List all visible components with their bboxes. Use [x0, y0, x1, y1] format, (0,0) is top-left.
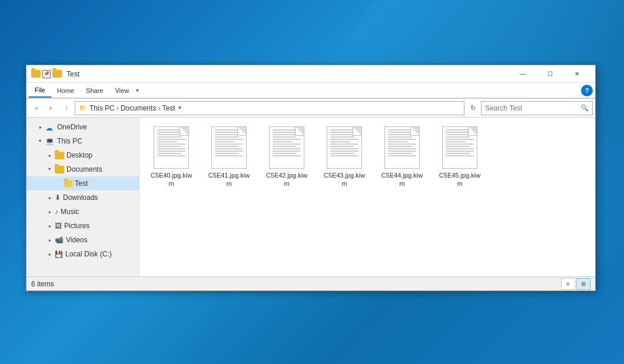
doc-line [215, 139, 243, 140]
doc-line [446, 132, 470, 133]
doc-line [330, 155, 359, 156]
downloads-icon: ⬇ [55, 193, 61, 202]
window-controls: — ☐ ✕ [509, 65, 590, 83]
music-icon: ♪ [55, 208, 58, 216]
doc-line [157, 143, 185, 145]
doc-line [215, 132, 239, 133]
search-icon: 🔍 [580, 104, 589, 112]
doc-line [446, 153, 470, 154]
documents-folder-icon [55, 166, 64, 173]
sidebar-label-localdisk: Local Disk (C:) [65, 250, 112, 258]
address-dropdown-arrow[interactable]: ▼ [177, 105, 182, 111]
doc-line [330, 139, 359, 140]
list-view-button[interactable]: ≡ [561, 278, 575, 290]
doc-line [330, 136, 354, 138]
doc-line [215, 143, 243, 145]
doc-icon-0 [154, 126, 189, 169]
sidebar-label-onedrive: OneDrive [57, 123, 87, 131]
file-item-4[interactable]: C5E44.jpg.kiwm [376, 123, 428, 191]
path-documents[interactable]: Documents [120, 104, 158, 112]
file-item-3[interactable]: C5E43.jpg.kiwm [318, 123, 370, 191]
sidebar-item-desktop[interactable]: ► Desktop [26, 148, 139, 162]
doc-line [273, 139, 301, 140]
refresh-button[interactable]: ↻ [466, 101, 480, 115]
doc-line [157, 132, 181, 133]
sidebar-item-videos[interactable]: ► 📹 Videos [26, 233, 139, 247]
tab-home[interactable]: Home [51, 83, 80, 98]
ribbon-expand-icon[interactable]: ▼ [135, 88, 140, 93]
videos-arrow[interactable]: ► [45, 235, 55, 245]
documents-arrow[interactable]: ► [45, 165, 55, 174]
doc-line [446, 139, 474, 140]
minimize-button[interactable]: — [509, 65, 536, 83]
tab-view[interactable]: View [109, 83, 135, 98]
sidebar-item-music[interactable]: ► ♪ Music [26, 205, 139, 219]
sidebar-item-downloads[interactable]: ► ⬇ Downloads [26, 191, 139, 205]
doc-line [446, 129, 474, 131]
search-box[interactable]: 🔍 [481, 101, 593, 115]
thispc-arrow[interactable]: ► [36, 136, 45, 146]
file-name-0: C5E40.jpg.kiwm [148, 171, 194, 188]
doc-line [157, 148, 185, 149]
doc-line [330, 146, 354, 147]
doc-line [446, 148, 474, 149]
doc-line [273, 129, 301, 131]
tab-file[interactable]: File [29, 83, 51, 98]
ribbon: File Home Share View ▼ ? [26, 83, 595, 99]
back-button[interactable]: ◄ [29, 101, 43, 115]
up-button[interactable]: ↑ [59, 101, 74, 115]
close-button[interactable]: ✕ [563, 65, 590, 83]
file-item-5[interactable]: C5E45.jpg.kiwm [434, 123, 486, 191]
doc-line [215, 155, 243, 156]
doc-line [446, 146, 470, 147]
forward-button[interactable]: ► [44, 101, 58, 115]
doc-line [157, 136, 181, 138]
maximize-button[interactable]: ☐ [536, 65, 563, 83]
search-input[interactable] [485, 104, 580, 112]
title-bar-icons: 📌 [31, 70, 62, 78]
sidebar-item-documents[interactable]: ► Documents [26, 162, 139, 176]
grid-view-button[interactable]: ⊞ [576, 278, 590, 290]
sidebar-item-localdisk[interactable]: ► 💾 Local Disk (C:) [26, 247, 139, 261]
file-item-0[interactable]: C5E40.jpg.kiwm [145, 123, 197, 191]
music-arrow[interactable]: ► [45, 207, 55, 216]
doc-line [388, 129, 416, 131]
help-button[interactable]: ? [581, 85, 593, 96]
doc-line [446, 134, 474, 135]
doc-line [388, 143, 416, 145]
pictures-arrow[interactable]: ► [45, 221, 55, 231]
hdd-icon: 💾 [55, 251, 63, 258]
sidebar-item-test[interactable]: ► Test [26, 176, 139, 191]
doc-line [273, 134, 301, 135]
file-item-2[interactable]: C5E42.jpg.kiwm [261, 123, 313, 191]
doc-line [157, 153, 181, 154]
tab-share[interactable]: Share [80, 83, 109, 98]
thispc-icon: 💻 [45, 137, 55, 145]
doc-line [273, 151, 301, 152]
downloads-arrow[interactable]: ► [45, 193, 55, 202]
doc-line [273, 132, 297, 133]
file-name-3: C5E43.jpg.kiwm [321, 171, 367, 188]
address-path[interactable]: 📁 This PC › Documents › Test ▼ [75, 101, 464, 115]
view-buttons: ≡ ⊞ [561, 278, 590, 290]
sidebar-item-onedrive[interactable]: ► ☁ OneDrive [26, 120, 139, 134]
sidebar-label-videos: Videos [66, 236, 87, 244]
onedrive-arrow[interactable]: ► [36, 122, 45, 132]
sidebar-label-documents: Documents [67, 165, 102, 173]
doc-line [215, 146, 239, 147]
desktop-arrow[interactable]: ► [45, 151, 55, 160]
localdisk-arrow[interactable]: ► [45, 249, 55, 259]
sidebar-item-thispc[interactable]: ► 💻 This PC [26, 134, 139, 148]
doc-line [330, 132, 354, 133]
path-test[interactable]: Test [161, 104, 176, 112]
doc-line [157, 134, 185, 135]
path-this-pc[interactable]: This PC [88, 104, 116, 112]
doc-line [330, 129, 359, 131]
doc-line [215, 153, 239, 154]
sidebar-item-pictures[interactable]: ► 🖼 Pictures [26, 219, 139, 233]
doc-line [157, 139, 185, 140]
doc-icon-4 [384, 126, 420, 169]
file-item-1[interactable]: C5E41.jpg.kiwm [203, 123, 255, 191]
doc-line [215, 134, 243, 135]
file-name-1: C5E41.jpg.kiwm [206, 171, 252, 188]
